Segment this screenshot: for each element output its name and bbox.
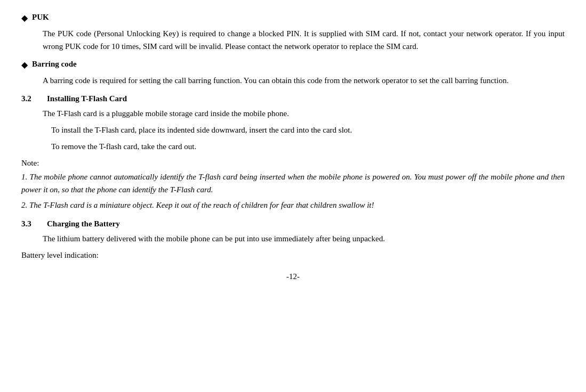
section32-num: 3.2 xyxy=(21,92,47,105)
section33-body: The lithium battery delivered with the m… xyxy=(43,232,565,246)
barring-bullet: ◆ xyxy=(21,58,28,72)
note2: 2. The T-Flash card is a miniature objec… xyxy=(21,199,565,212)
note-label: Note: xyxy=(21,157,565,169)
section32-para1: The T-Flash card is a pluggable mobile s… xyxy=(43,107,565,120)
section33-num: 3.3 xyxy=(21,217,47,230)
note1: 1. The mobile phone cannot automatically… xyxy=(21,170,565,197)
section33-heading: 3.3 Charging the Battery xyxy=(21,217,565,230)
barring-title: Barring code xyxy=(32,58,77,70)
puk-body: The PUK code (Personal Unlocking Key) is… xyxy=(43,27,565,54)
barring-body: A barring code is required for setting t… xyxy=(43,74,565,87)
puk-section: ◆ PUK xyxy=(21,11,565,25)
section32-para2: To install the T-Flash card, place its i… xyxy=(51,124,565,137)
puk-title: PUK xyxy=(32,11,49,23)
barring-section: ◆ Barring code xyxy=(21,58,565,72)
section32-title: Installing T-Flash Card xyxy=(47,92,127,105)
page-number: -12- xyxy=(21,270,565,283)
section33-title: Charging the Battery xyxy=(47,217,120,230)
section32-heading: 3.2 Installing T-Flash Card xyxy=(21,92,565,105)
puk-bullet: ◆ xyxy=(21,11,28,25)
battery-label: Battery level indication: xyxy=(21,249,565,262)
section32-para3: To remove the T-flash card, take the car… xyxy=(51,140,565,153)
